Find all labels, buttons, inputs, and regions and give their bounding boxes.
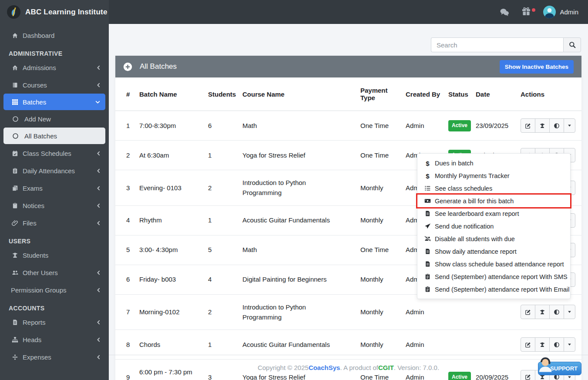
chevron-left-icon bbox=[96, 83, 101, 87]
app-window: ABC Learning Institute Admin Dashboard A… bbox=[0, 0, 588, 380]
payment-type-cell: One Time bbox=[360, 235, 406, 265]
status-badge: Active bbox=[448, 120, 471, 131]
row-actions bbox=[521, 118, 575, 133]
grid-icon bbox=[12, 99, 18, 105]
toggle-status-button[interactable] bbox=[549, 305, 564, 319]
file-invoice-icon bbox=[424, 261, 431, 267]
sidebar-item-expenses[interactable]: Expenses bbox=[0, 348, 109, 366]
menu-item-generate-bill[interactable]: Generate a bill for this batch bbox=[417, 195, 570, 207]
sidebar-item-all-batches[interactable]: All Batches bbox=[3, 128, 105, 144]
chat-icon[interactable] bbox=[500, 7, 509, 17]
list-icon bbox=[424, 185, 431, 192]
date-cell bbox=[476, 294, 521, 330]
more-actions-button[interactable] bbox=[564, 118, 575, 133]
user-name: Admin bbox=[560, 8, 578, 16]
menu-item-disable-students-with-due[interactable]: Disable all students with due bbox=[417, 232, 570, 245]
sidebar-item-dashboard[interactable]: Dashboard bbox=[0, 27, 109, 44]
menu-item-attendance-report-sms[interactable]: Send (September) attendance report With … bbox=[417, 270, 570, 283]
user-menu[interactable]: Admin bbox=[543, 6, 578, 18]
col-header-course-name: Course Name bbox=[242, 77, 360, 111]
menu-item-label: Send (September) attendance report With … bbox=[435, 273, 568, 280]
more-actions-button[interactable] bbox=[564, 305, 575, 319]
menu-item-label: See learderboard exam report bbox=[435, 210, 519, 217]
toggle-status-button[interactable] bbox=[549, 118, 564, 133]
course-name-cell: Acoustic Guitar Fundamentals bbox=[242, 205, 360, 235]
students-cell: 1 bbox=[208, 141, 242, 170]
created-by-cell: Admin bbox=[406, 111, 448, 141]
menu-item-label: Show class schedule based attendance rep… bbox=[435, 261, 564, 268]
plus-circle-icon bbox=[123, 62, 132, 71]
sidebar-item-daily-attendances[interactable]: Daily Attendances bbox=[0, 162, 109, 179]
users-icon bbox=[12, 269, 18, 276]
chevron-down-icon bbox=[95, 100, 100, 104]
row-number: 1 bbox=[115, 111, 139, 141]
sidebar-item-students[interactable]: Students bbox=[0, 246, 109, 264]
paperclip-icon bbox=[12, 220, 18, 226]
edit-batch-button[interactable] bbox=[521, 118, 535, 133]
menu-item-leaderboard-exam-report[interactable]: See learderboard exam report bbox=[417, 207, 570, 220]
menu-item-class-schedule-attendance-report[interactable]: Show class schedule based attendance rep… bbox=[417, 258, 570, 270]
home-icon bbox=[12, 32, 18, 39]
coachsys-link[interactable]: CoachSys bbox=[309, 364, 340, 371]
menu-item-send-due-notification[interactable]: Send due notification bbox=[417, 220, 570, 232]
add-batch-button[interactable] bbox=[123, 62, 132, 71]
show-inactive-batches-button[interactable]: Show Inactive Batches bbox=[500, 60, 574, 74]
menu-item-label: Generate a bill for this batch bbox=[435, 198, 514, 205]
search-input[interactable] bbox=[431, 37, 563, 52]
search-button[interactable] bbox=[563, 37, 581, 52]
more-actions-button[interactable] bbox=[564, 337, 575, 352]
menu-item-label: See class schedules bbox=[435, 185, 492, 192]
col-header-payment-type: Payment Type bbox=[360, 77, 406, 111]
sidebar-item-exams[interactable]: Exams bbox=[0, 179, 109, 197]
edit-batch-button[interactable] bbox=[521, 337, 535, 352]
batch-students-button[interactable] bbox=[535, 118, 550, 133]
students-cell: 2 bbox=[208, 170, 242, 206]
edit-batch-button[interactable] bbox=[521, 305, 535, 319]
sidebar-item-admissions[interactable]: Admissions bbox=[0, 59, 109, 76]
batch-students-button[interactable] bbox=[535, 337, 550, 352]
sidebar-section-users: USERS bbox=[0, 232, 109, 246]
row-number: 7 bbox=[115, 294, 139, 330]
user-graduate-icon bbox=[539, 123, 545, 129]
notifications[interactable] bbox=[521, 7, 531, 18]
sidebar-toggle-button[interactable] bbox=[117, 10, 122, 15]
sidebar-item-other-users[interactable]: Other Users bbox=[0, 264, 109, 281]
sidebar-item-add-new[interactable]: Add New bbox=[3, 111, 105, 127]
file-invoice-icon bbox=[424, 248, 431, 255]
col-header-batch-name: Batch Name bbox=[139, 77, 208, 111]
sidebar-item-courses[interactable]: Courses bbox=[0, 76, 109, 94]
batch-students-button[interactable] bbox=[535, 305, 550, 319]
sidebar-item-permission-groups[interactable]: Permission Groups bbox=[0, 281, 109, 299]
menu-item-monthly-payments-tracker[interactable]: $ Monthly Payments Tracker bbox=[417, 169, 570, 182]
toggle-status-button[interactable] bbox=[549, 337, 564, 352]
batch-name-cell: Rhythm bbox=[139, 205, 208, 235]
sidebar-item-label: Expenses bbox=[23, 353, 51, 361]
sidebar-item-batches[interactable]: Batches bbox=[3, 94, 105, 110]
sidebar-item-notices[interactable]: Notices bbox=[0, 197, 109, 214]
cgit-link[interactable]: CGIT bbox=[378, 364, 394, 371]
sidebar-item-label: Dashboard bbox=[23, 32, 54, 39]
sidebar-item-files[interactable]: Files bbox=[0, 214, 109, 232]
support-button[interactable]: SUPPORT bbox=[538, 362, 581, 375]
col-header-date: Date bbox=[476, 77, 521, 111]
menu-item-label: Send due notification bbox=[435, 223, 494, 230]
payment-type-cell: Monthly bbox=[360, 294, 406, 330]
chevron-left-icon bbox=[96, 186, 101, 191]
sidebar-item-class-schedules[interactable]: Class Schedules bbox=[0, 145, 109, 162]
sidebar-section-administrative: ADMINISTRATIVE bbox=[0, 44, 109, 59]
menu-item-daily-attendance-report[interactable]: Show daily attendance report bbox=[417, 245, 570, 258]
sidebar-item-heads[interactable]: Heads bbox=[0, 331, 109, 348]
menu-item-see-class-schedules[interactable]: See class schedules bbox=[417, 182, 570, 195]
topbar-right: Admin bbox=[500, 6, 588, 18]
avatar bbox=[543, 6, 556, 18]
menu-item-attendance-report-email[interactable]: Send (September) attendance report With … bbox=[417, 283, 570, 296]
chevron-left-icon bbox=[96, 288, 101, 293]
sidebar-item-reports[interactable]: Reports bbox=[0, 313, 109, 331]
brand[interactable]: ABC Learning Institute bbox=[0, 0, 109, 24]
batch-name-cell: 7:00-8:30pm bbox=[139, 111, 208, 141]
support-label: SUPPORT bbox=[550, 365, 578, 372]
row-actions bbox=[521, 337, 575, 352]
menu-item-dues-in-batch[interactable]: $ Dues in batch bbox=[417, 157, 570, 169]
caret-down-icon bbox=[567, 309, 572, 314]
clipboard-list-icon bbox=[12, 168, 18, 174]
